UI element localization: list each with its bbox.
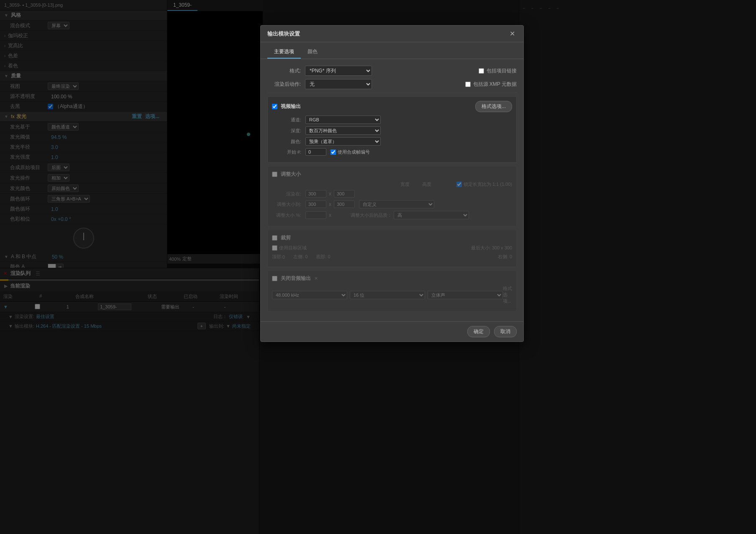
audio-header: 关闭音频输出 ✕ — [272, 275, 512, 282]
include-project-label: 包括项目链接 — [479, 67, 517, 74]
audio-section: 关闭音频输出 ✕ 48.000 kHz 16 位 立体声 格式选项... — [267, 270, 517, 311]
top-value: 0 — [282, 254, 285, 259]
use-target-region-text: 使用目标区域 — [279, 245, 307, 251]
format-options-btn[interactable]: 格式选项... — [475, 101, 512, 112]
top-label: 顶部: — [272, 254, 282, 260]
divider-1 — [267, 92, 517, 93]
modal-tab-color[interactable]: 颜色 — [301, 46, 324, 59]
current-w-input[interactable] — [305, 190, 326, 198]
modal-title: 输出模块设置 — [267, 30, 300, 38]
modal-overlay[interactable]: 输出模块设置 ✕ 主要选项 颜色 格式: *PNG* 序列 包括项目链接 — [0, 0, 756, 534]
include-xmp-checkbox[interactable] — [465, 82, 471, 87]
use-comp-frame-checkbox[interactable] — [331, 149, 336, 155]
include-xmp-label: 包括源 XMP 元数据 — [465, 81, 517, 88]
audio-checkbox[interactable] — [272, 276, 277, 281]
video-output-header: 视频输出 格式选项... — [272, 101, 512, 112]
include-project-text: 包括项目链接 — [487, 67, 517, 74]
color-select[interactable]: 预乘（遮罩） — [305, 137, 381, 146]
target-h-input[interactable] — [334, 200, 355, 208]
height-label: 高度 — [422, 181, 431, 187]
current-size-label: 渲染在: — [272, 191, 301, 197]
video-output-checkbox[interactable] — [272, 104, 277, 109]
format-select[interactable]: *PNG* 序列 — [305, 66, 372, 76]
use-comp-frame-label: 使用合成帧编号 — [331, 149, 370, 155]
modal-footer: 确定 取消 — [261, 321, 523, 341]
audio-settings-row: 48.000 kHz 16 位 立体声 格式选项... — [272, 285, 512, 304]
depth-row: 深度: 数百万种颜色 — [272, 126, 512, 135]
include-project-checkbox[interactable] — [479, 68, 484, 74]
start-frame-row: 开始 #: 使用合成帧编号 — [272, 148, 512, 156]
audio-title: 关闭音频输出 — [281, 275, 311, 282]
crop-title: 裁剪 — [281, 234, 291, 241]
channel-label: 通道: — [272, 117, 301, 123]
crop-region-row: 使用目标区域 最后大小: 300 x 300 — [272, 245, 512, 251]
target-w-input[interactable] — [305, 200, 326, 208]
quality-select[interactable]: 高 — [394, 211, 469, 219]
format-label: 格式: — [267, 67, 301, 74]
cancel-button[interactable]: 取消 — [494, 326, 517, 337]
audio-x: ✕ — [314, 276, 318, 281]
resize-dims-row: 宽度 高度 锁定长宽比为 1:1 (1.00) — [272, 181, 512, 187]
lock-ratio-label: 锁定长宽比为 1:1 (1.00) — [456, 181, 512, 187]
crop-section: 裁剪 使用目标区域 最后大小: 300 x 300 顶部: 0 左侧: 0 底部… — [267, 230, 517, 267]
color-label: 颜色: — [272, 139, 301, 145]
video-output-title: 视频输出 — [281, 103, 301, 110]
custom-select[interactable]: 自定义 — [359, 200, 434, 208]
current-h-input[interactable] — [334, 190, 355, 198]
target-size-x: x — [329, 201, 331, 207]
audio-rate-select[interactable]: 48.000 kHz — [272, 291, 347, 299]
include-xmp-text: 包括源 XMP 元数据 — [473, 81, 517, 88]
modal-body: 格式: *PNG* 序列 包括项目链接 渲染后动作: 无 — [261, 59, 523, 321]
resize-header: 调整大小 — [272, 171, 512, 178]
color-row: 颜色: 预乘（遮罩） — [272, 137, 512, 146]
modal-tabs: 主要选项 颜色 — [261, 42, 523, 59]
current-size-x: x — [329, 191, 331, 197]
resize-checkbox[interactable] — [272, 172, 277, 177]
use-comp-frame-text: 使用合成帧编号 — [338, 149, 370, 155]
quality-label: 调整大小后的品质： — [351, 212, 392, 218]
scale-x-input[interactable] — [305, 211, 326, 219]
right-label: 右侧: 0 — [498, 254, 512, 260]
scale-x-mark: x — [329, 212, 331, 218]
lock-ratio-text: 锁定长宽比为 1:1 (1.00) — [464, 181, 512, 187]
modal-close-button[interactable]: ✕ — [508, 30, 517, 38]
crop-values-row: 顶部: 0 左侧: 0 底部: 0 右侧: 0 — [272, 254, 512, 260]
crop-checkbox[interactable] — [272, 235, 277, 241]
width-label: 宽度 — [400, 181, 410, 187]
modal-tab-main[interactable]: 主要选项 — [267, 46, 301, 59]
resize-title: 调整大小 — [281, 171, 301, 178]
audio-bits-select[interactable]: 16 位 — [350, 291, 425, 299]
use-target-region-checkbox[interactable] — [272, 245, 277, 251]
channel-select[interactable]: RGB — [305, 116, 381, 124]
target-size-row: 调整大小到: x 自定义 — [272, 200, 512, 208]
channel-row: 通道: RGB — [272, 116, 512, 124]
confirm-button[interactable]: 确定 — [467, 326, 490, 337]
audio-channels-select[interactable]: 立体声 — [428, 291, 503, 299]
current-size-row: 渲染在: x — [272, 190, 512, 198]
video-output-section: 视频输出 格式选项... 通道: RGB 深度: 数百万种颜色 — [267, 96, 517, 163]
audio-format-options: 格式选项... — [503, 285, 512, 304]
format-row: 格式: *PNG* 序列 包括项目链接 — [267, 66, 517, 76]
use-target-region-label: 使用目标区域 — [272, 245, 307, 251]
resize-section: 调整大小 宽度 高度 锁定长宽比为 1:1 (1.00) 渲染在: x — [267, 166, 517, 226]
crop-header: 裁剪 — [272, 234, 512, 241]
render-action-select[interactable]: 无 — [305, 79, 372, 89]
scale-label: 调整大小 %: — [272, 212, 301, 218]
left-label: 左侧: 0 — [293, 254, 308, 260]
depth-select[interactable]: 数百万种颜色 — [305, 126, 381, 135]
target-size-label: 调整大小到: — [272, 201, 301, 208]
render-action-label: 渲染后动作: — [267, 81, 301, 88]
lock-ratio-checkbox[interactable] — [456, 182, 462, 187]
max-size-text: 最后大小: 300 x 300 — [471, 245, 512, 251]
output-module-dialog: 输出模块设置 ✕ 主要选项 颜色 格式: *PNG* 序列 包括项目链接 — [260, 25, 524, 342]
start-frame-label: 开始 #: — [272, 149, 301, 155]
depth-label: 深度: — [272, 128, 301, 134]
render-action-row: 渲染后动作: 无 包括源 XMP 元数据 — [267, 79, 517, 89]
modal-title-bar: 输出模块设置 ✕ — [261, 26, 523, 42]
scale-row: 调整大小 %: x 调整大小后的品质： 高 — [272, 211, 512, 219]
bottom-label: 底部: 0 — [316, 254, 330, 260]
start-frame-input[interactable] — [305, 148, 326, 156]
